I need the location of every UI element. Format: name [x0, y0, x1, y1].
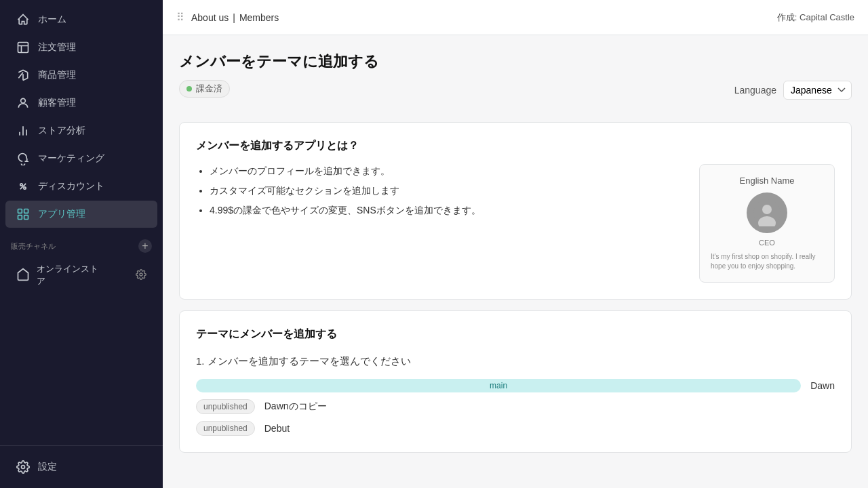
marketing-icon — [16, 152, 30, 165]
add-to-theme-card: テーマにメンバーを追加する 1. メンバーを追加するテーマを選んでください ma… — [179, 310, 852, 453]
sales-channel-section: 販売チャネル + — [0, 228, 163, 257]
settings-icon — [16, 460, 30, 474]
breadcrumb: About us | Members — [191, 12, 279, 23]
preview-english-name: English Name — [711, 176, 823, 186]
list-item: カスタマイズ可能なセクションを追加します — [210, 184, 683, 198]
apps-icon — [16, 207, 30, 221]
status-dot — [186, 86, 192, 92]
step-title: 1. メンバーを追加するテーマを選んでください — [196, 355, 835, 368]
svg-point-8 — [140, 273, 142, 276]
svg-rect-7 — [24, 216, 28, 220]
svg-point-9 — [22, 466, 25, 469]
sidebar-item-apps-label: アプリ管理 — [38, 208, 85, 220]
sidebar-item-products[interactable]: 商品管理 — [5, 62, 157, 89]
sidebar-item-customers[interactable]: 顧客管理 — [5, 89, 157, 117]
sidebar-item-settings-label: 設定 — [38, 461, 57, 473]
page-body: メンバーをテーマに追加する 課金済 Language Japanese Engl… — [163, 35, 868, 488]
theme-name: Dawnのコピー — [264, 401, 327, 413]
customers-icon — [16, 96, 30, 110]
orders-icon — [16, 41, 30, 54]
sidebar-item-apps[interactable]: アプリ管理 — [5, 201, 157, 228]
svg-point-11 — [762, 205, 772, 214]
breadcrumb-separator: | — [233, 12, 235, 23]
sidebar-item-discounts-label: ディスカウント — [38, 180, 104, 192]
analytics-icon — [16, 124, 30, 138]
drag-handle[interactable]: ⠿ — [176, 11, 184, 24]
discounts-icon — [16, 180, 30, 193]
svg-rect-0 — [18, 43, 28, 53]
home-icon — [16, 13, 30, 26]
member-preview: English Name CEO It's my first shop on s… — [699, 164, 835, 283]
products-icon — [16, 68, 30, 82]
sidebar-item-home[interactable]: ホーム — [5, 6, 157, 33]
app-info-inner: メンバーのプロフィールを追加できます。 カスタマイズ可能なセクションを追加します… — [196, 164, 835, 283]
theme-badge-main: main — [196, 379, 801, 392]
status-text: 課金済 — [196, 83, 222, 95]
step-section: 1. メンバーを追加するテーマを選んでください main Dawn unpubl… — [196, 355, 835, 436]
sidebar: ホーム 注文管理 商品管理 顧客管理 ストア分析 — [0, 0, 163, 488]
svg-point-3 — [24, 187, 26, 189]
created-by: 作成: Capital Castle — [777, 12, 854, 24]
svg-rect-6 — [18, 216, 22, 220]
online-store-label: オンラインストア — [37, 263, 129, 287]
svg-point-2 — [20, 184, 22, 186]
theme-badge-unpublished: unpublished — [196, 399, 255, 414]
sidebar-item-online-store[interactable]: オンラインストア — [5, 258, 157, 293]
list-item: 4.99$の課金で色やサイズの変更、SNSボタンを追加できます。 — [210, 203, 683, 218]
app-info-text: メンバーのプロフィールを追加できます。 カスタマイズ可能なセクションを追加します… — [196, 164, 683, 223]
sidebar-item-analytics-label: ストア分析 — [38, 125, 85, 137]
language-row: Language Japanese English — [734, 81, 852, 100]
breadcrumb-about-us: About us — [191, 12, 229, 23]
sidebar-item-settings[interactable]: 設定 — [5, 453, 157, 481]
theme-name: Debut — [264, 423, 290, 434]
theme-badge-unpublished: unpublished — [196, 421, 255, 436]
sidebar-item-customers-label: 顧客管理 — [38, 97, 76, 109]
main-content: ⠿ About us | Members 作成: Capital Castle … — [163, 0, 868, 488]
preview-role: CEO — [711, 239, 823, 247]
status-badge: 課金済 — [179, 80, 230, 98]
page-title: メンバーをテーマに追加する — [179, 52, 852, 72]
theme-name: Dawn — [810, 380, 835, 391]
sidebar-item-orders-label: 注文管理 — [38, 41, 76, 54]
avatar — [747, 192, 787, 233]
language-label: Language — [734, 85, 776, 96]
sidebar-item-discounts[interactable]: ディスカウント — [5, 173, 157, 200]
list-item: メンバーのプロフィールを追加できます。 — [210, 164, 683, 178]
theme-row: main Dawn — [196, 379, 835, 392]
sidebar-item-products-label: 商品管理 — [38, 69, 76, 81]
theme-row: unpublished Debut — [196, 421, 835, 436]
app-info-list: メンバーのプロフィールを追加できます。 カスタマイズ可能なセクションを追加します… — [196, 164, 683, 218]
theme-row: unpublished Dawnのコピー — [196, 399, 835, 414]
theme-list: main Dawn unpublished Dawnのコピー unpublish… — [196, 379, 835, 436]
app-info-title: メンバーを追加するアプリとは？ — [196, 139, 835, 153]
add-sales-channel-button[interactable]: + — [138, 239, 152, 253]
preview-bio: It's my first shop on shopify. I really … — [711, 252, 823, 271]
gear-icon[interactable] — [136, 269, 146, 282]
sidebar-item-orders[interactable]: 注文管理 — [5, 34, 157, 61]
breadcrumb-members: Members — [239, 12, 279, 23]
sidebar-item-home-label: ホーム — [38, 14, 66, 26]
language-select[interactable]: Japanese English — [783, 81, 852, 100]
sidebar-item-marketing[interactable]: マーケティング — [5, 145, 157, 172]
svg-rect-4 — [18, 209, 22, 214]
svg-point-1 — [21, 98, 26, 103]
app-info-card: メンバーを追加するアプリとは？ メンバーのプロフィールを追加できます。 カスタマ… — [179, 122, 852, 300]
sidebar-item-analytics[interactable]: ストア分析 — [5, 117, 157, 144]
sidebar-item-marketing-label: マーケティング — [38, 152, 104, 165]
add-to-theme-title: テーマにメンバーを追加する — [196, 327, 835, 342]
header-bar: ⠿ About us | Members 作成: Capital Castle — [163, 0, 868, 35]
svg-rect-5 — [24, 209, 28, 214]
online-store-icon — [16, 268, 30, 283]
